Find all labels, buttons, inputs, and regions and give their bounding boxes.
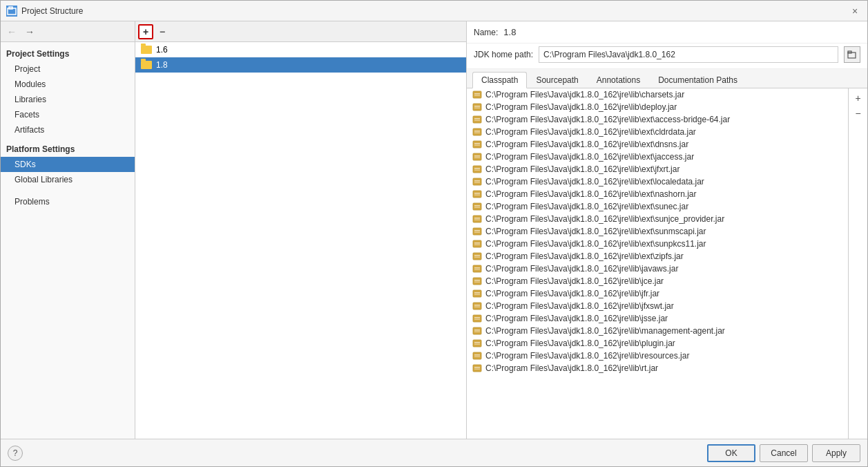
tab-documentation-paths[interactable]: Documentation Paths: [649, 72, 746, 88]
jar-icon: [472, 90, 482, 99]
svg-rect-40: [473, 240, 481, 247]
svg-rect-25: [473, 178, 481, 185]
classpath-item[interactable]: C:\Program Files\Java\jdk1.8.0_162\jre\l…: [467, 88, 848, 101]
help-button[interactable]: ?: [8, 446, 23, 461]
classpath-item[interactable]: C:\Program Files\Java\jdk1.8.0_162\jre\l…: [467, 188, 848, 200]
svg-rect-13: [473, 128, 481, 135]
jar-icon: [472, 363, 482, 373]
svg-rect-16: [473, 141, 481, 148]
classpath-item[interactable]: C:\Program Files\Java\jdk1.8.0_162\jre\l…: [467, 225, 848, 238]
svg-rect-49: [473, 278, 481, 285]
classpath-item-text: C:\Program Files\Java\jdk1.8.0_162\jre\l…: [485, 289, 659, 298]
classpath-item[interactable]: C:\Program Files\Java\jdk1.8.0_162\jre\l…: [467, 151, 848, 163]
classpath-remove-button[interactable]: −: [851, 106, 865, 120]
jar-icon: [472, 202, 482, 211]
jar-icon: [472, 239, 482, 249]
classpath-add-button[interactable]: +: [851, 91, 865, 105]
title-bar-left: Project Structure: [6, 6, 83, 17]
browse-button[interactable]: [844, 46, 860, 63]
sdk-item-1.6[interactable]: 1.6: [135, 42, 466, 57]
svg-rect-20: [474, 155, 480, 157]
jar-icon: [472, 102, 482, 112]
classpath-item-text: C:\Program Files\Java\jdk1.8.0_162\jre\l…: [485, 326, 725, 336]
svg-rect-41: [474, 242, 480, 244]
name-value: 1.8: [503, 27, 516, 37]
classpath-item[interactable]: C:\Program Files\Java\jdk1.8.0_162\jre\l…: [467, 312, 848, 325]
svg-rect-70: [473, 365, 481, 372]
classpath-item[interactable]: C:\Program Files\Java\jdk1.8.0_162\jre\l…: [467, 163, 848, 175]
svg-rect-56: [474, 305, 480, 306]
classpath-item[interactable]: C:\Program Files\Java\jdk1.8.0_162\jre\l…: [467, 337, 848, 350]
jar-icon: [472, 276, 482, 286]
svg-rect-47: [474, 267, 480, 269]
sidebar-item-project[interactable]: Project: [1, 61, 135, 77]
svg-rect-58: [473, 315, 481, 322]
nav-toolbar: ← →: [1, 21, 135, 42]
svg-rect-51: [474, 282, 480, 283]
jar-icon: [472, 351, 482, 361]
classpath-item[interactable]: C:\Program Files\Java\jdk1.8.0_162\jre\l…: [467, 175, 848, 188]
classpath-item[interactable]: C:\Program Files\Java\jdk1.8.0_162\jre\l…: [467, 350, 848, 362]
tab-classpath[interactable]: Classpath: [472, 72, 527, 88]
svg-rect-22: [473, 166, 481, 173]
sidebar-item-global-libraries[interactable]: Global Libraries: [1, 172, 135, 187]
classpath-item[interactable]: C:\Program Files\Java\jdk1.8.0_162\jre\l…: [467, 250, 848, 263]
classpath-item[interactable]: C:\Program Files\Java\jdk1.8.0_162\jre\l…: [467, 300, 848, 312]
forward-button[interactable]: →: [21, 23, 38, 40]
tab-sourcepath[interactable]: Sourcepath: [527, 72, 587, 88]
svg-rect-65: [474, 342, 480, 343]
remove-sdk-button[interactable]: −: [155, 24, 170, 39]
svg-rect-8: [474, 106, 480, 107]
svg-rect-60: [474, 319, 480, 321]
back-button[interactable]: ←: [3, 23, 20, 40]
jdk-path-row: JDK home path:: [467, 44, 867, 69]
classpath-item[interactable]: C:\Program Files\Java\jdk1.8.0_162\jre\l…: [467, 113, 848, 126]
apply-button[interactable]: Apply: [812, 444, 860, 462]
classpath-item-text: C:\Program Files\Java\jdk1.8.0_162\jre\l…: [485, 239, 706, 249]
classpath-item[interactable]: C:\Program Files\Java\jdk1.8.0_162\jre\l…: [467, 362, 848, 374]
close-button[interactable]: ×: [848, 4, 862, 18]
classpath-item[interactable]: C:\Program Files\Java\jdk1.8.0_162\jre\l…: [467, 213, 848, 225]
svg-rect-45: [474, 257, 480, 258]
sidebar: ← → Project Settings Project Modules Lib…: [1, 21, 135, 439]
classpath-item[interactable]: C:\Program Files\Java\jdk1.8.0_162\jre\l…: [467, 275, 848, 287]
sidebar-item-sdks[interactable]: SDKs: [1, 157, 135, 172]
sdk-item-1.8[interactable]: 1.8: [135, 57, 466, 73]
svg-rect-36: [474, 220, 480, 221]
classpath-item-text: C:\Program Files\Java\jdk1.8.0_162\jre\l…: [485, 264, 678, 274]
cancel-button[interactable]: Cancel: [760, 444, 808, 462]
jar-icon: [472, 152, 482, 162]
tab-annotations[interactable]: Annotations: [588, 72, 649, 88]
svg-rect-23: [474, 168, 480, 169]
classpath-item-text: C:\Program Files\Java\jdk1.8.0_162\jre\l…: [485, 351, 689, 361]
sidebar-item-problems[interactable]: Problems: [1, 194, 135, 209]
svg-rect-30: [474, 195, 480, 196]
sidebar-item-facets[interactable]: Facets: [1, 107, 135, 122]
sidebar-item-libraries[interactable]: Libraries: [1, 92, 135, 107]
sidebar-item-artifacts[interactable]: Artifacts: [1, 122, 135, 137]
jar-icon: [472, 301, 482, 311]
classpath-item[interactable]: C:\Program Files\Java\jdk1.8.0_162\jre\l…: [467, 238, 848, 250]
classpath-item[interactable]: C:\Program Files\Java\jdk1.8.0_162\jre\l…: [467, 287, 848, 300]
classpath-item-text: C:\Program Files\Java\jdk1.8.0_162\jre\l…: [485, 339, 675, 348]
jdk-path-input[interactable]: [539, 46, 838, 63]
sdk-label-1.8: 1.8: [156, 60, 168, 70]
svg-rect-31: [473, 203, 481, 210]
sidebar-item-modules[interactable]: Modules: [1, 77, 135, 92]
classpath-item[interactable]: C:\Program Files\Java\jdk1.8.0_162\jre\l…: [467, 101, 848, 113]
svg-rect-10: [473, 116, 481, 123]
classpath-item[interactable]: C:\Program Files\Java\jdk1.8.0_162\jre\l…: [467, 138, 848, 151]
classpath-item-text: C:\Program Files\Java\jdk1.8.0_162\jre\l…: [485, 251, 684, 261]
classpath-item-text: C:\Program Files\Java\jdk1.8.0_162\jre\l…: [485, 301, 674, 311]
classpath-item[interactable]: C:\Program Files\Java\jdk1.8.0_162\jre\l…: [467, 126, 848, 138]
title-bar: Project Structure ×: [1, 1, 867, 21]
classpath-item[interactable]: C:\Program Files\Java\jdk1.8.0_162\jre\l…: [467, 325, 848, 337]
svg-rect-34: [473, 216, 481, 222]
svg-rect-48: [474, 269, 480, 271]
classpath-item[interactable]: C:\Program Files\Java\jdk1.8.0_162\jre\l…: [467, 263, 848, 275]
classpath-item-text: C:\Program Files\Java\jdk1.8.0_162\jre\l…: [485, 102, 677, 112]
classpath-item[interactable]: C:\Program Files\Java\jdk1.8.0_162\jre\l…: [467, 200, 848, 213]
add-sdk-button[interactable]: +: [138, 24, 153, 39]
svg-rect-43: [473, 253, 481, 260]
ok-button[interactable]: OK: [707, 444, 755, 462]
